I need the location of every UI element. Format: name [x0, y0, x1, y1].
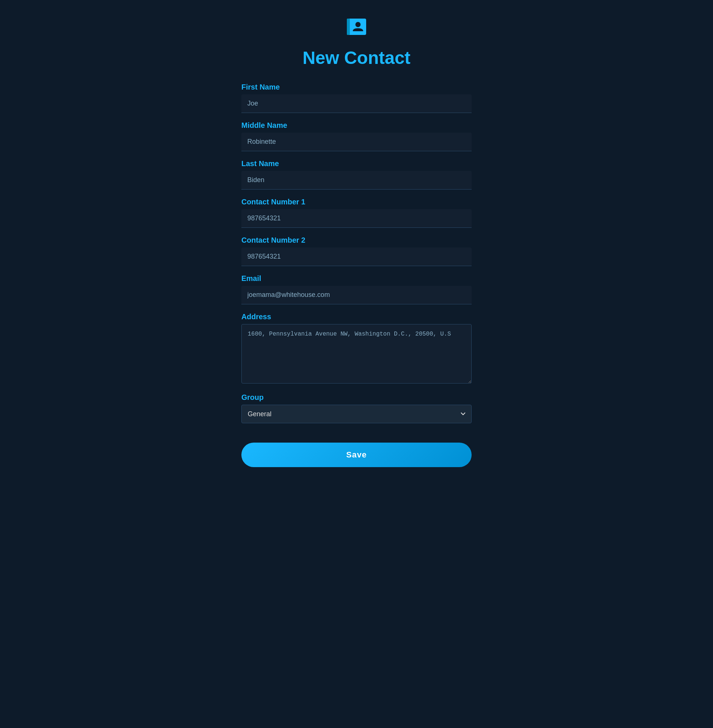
- address-textarea[interactable]: 1600, Pennsylvania Avenue NW, Washington…: [242, 324, 471, 384]
- middle-name-label: Middle Name: [242, 121, 471, 130]
- email-input[interactable]: [242, 286, 471, 304]
- page-title: New Contact: [303, 48, 411, 68]
- group-select[interactable]: General Family Friends Work Other: [242, 405, 471, 423]
- group-label: Group: [242, 393, 471, 402]
- group-group: Group General Family Friends Work Other: [242, 393, 471, 423]
- middle-name-group: Middle Name: [242, 121, 471, 151]
- contact-number-2-input[interactable]: [242, 248, 471, 266]
- svg-point-2: [355, 22, 361, 27]
- svg-rect-1: [347, 19, 350, 35]
- last-name-input[interactable]: [242, 171, 471, 190]
- email-label: Email: [242, 274, 471, 283]
- form-container: First Name Middle Name Last Name Contact…: [242, 83, 471, 467]
- contact-number-2-group: Contact Number 2: [242, 236, 471, 266]
- email-group: Email: [242, 274, 471, 304]
- address-label: Address: [242, 312, 471, 321]
- contact-icon-wrapper: [345, 15, 368, 40]
- contact-number-1-group: Contact Number 1: [242, 198, 471, 228]
- middle-name-input[interactable]: [242, 133, 471, 151]
- first-name-label: First Name: [242, 83, 471, 91]
- contact-number-2-label: Contact Number 2: [242, 236, 471, 245]
- contact-card-icon: [345, 15, 368, 39]
- address-group: Address 1600, Pennsylvania Avenue NW, Wa…: [242, 312, 471, 385]
- last-name-label: Last Name: [242, 159, 471, 168]
- save-button[interactable]: Save: [242, 442, 471, 467]
- contact-number-1-label: Contact Number 1: [242, 198, 471, 206]
- contact-number-1-input[interactable]: [242, 209, 471, 228]
- first-name-group: First Name: [242, 83, 471, 113]
- last-name-group: Last Name: [242, 159, 471, 190]
- first-name-input[interactable]: [242, 94, 471, 113]
- page-container: New Contact First Name Middle Name Last …: [242, 15, 471, 467]
